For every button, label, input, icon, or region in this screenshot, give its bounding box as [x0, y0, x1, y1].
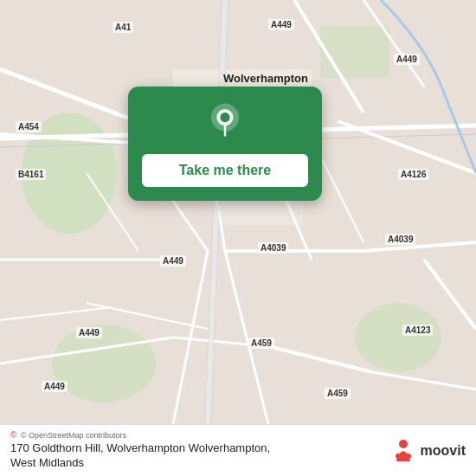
- map-container: A41 A449 A449 A454 B4161 A4126 Wolverham…: [0, 0, 476, 424]
- road-label-b4161: B4161: [16, 169, 46, 180]
- location-card: Take me there: [128, 87, 322, 201]
- road-label-a459-mid: A459: [248, 338, 274, 349]
- moovit-brand-name: moovit: [421, 443, 466, 459]
- road-label-a4123: A4123: [402, 325, 433, 336]
- moovit-brand-icon: [389, 437, 417, 465]
- svg-point-2: [355, 303, 441, 372]
- road-label-a454: A454: [16, 121, 42, 132]
- city-label: Wolverhampton: [221, 71, 311, 86]
- road-label-a449-top: A449: [268, 19, 294, 30]
- road-label-a4039-right: A4039: [385, 234, 415, 245]
- road-label-a449-bottom: A449: [76, 327, 102, 338]
- address-section: © © OpenStreetMap contributors 170 Goldt…: [10, 430, 379, 471]
- road-label-a449-canal: A449: [394, 54, 420, 65]
- moovit-logo: moovit: [389, 437, 466, 465]
- svg-point-36: [220, 113, 229, 122]
- road-label-a449-mid: A449: [160, 255, 186, 267]
- copyright-text: © © OpenStreetMap contributors: [10, 430, 379, 440]
- svg-point-38: [396, 453, 401, 459]
- svg-point-39: [406, 453, 411, 459]
- info-bar: © © OpenStreetMap contributors 170 Goldt…: [0, 424, 476, 476]
- address-line1: 170 Goldthorn Hill, Wolverhampton Wolver…: [10, 441, 379, 456]
- road-label-a4039-left: A4039: [258, 242, 288, 254]
- copyright-icon: ©: [10, 430, 16, 440]
- address-line2: West Midlands: [10, 456, 379, 471]
- svg-rect-4: [320, 26, 389, 78]
- copyright-label: © OpenStreetMap contributors: [21, 431, 126, 440]
- road-label-a459-bottom: A459: [325, 388, 351, 399]
- road-label-a41: A41: [113, 22, 133, 33]
- take-me-there-button[interactable]: Take me there: [142, 154, 308, 187]
- road-label-a4126: A4126: [398, 169, 428, 180]
- road-label-a449-bottomleft: A449: [42, 381, 68, 392]
- svg-point-3: [52, 325, 156, 402]
- svg-point-37: [399, 440, 408, 448]
- pin-icon: [204, 102, 246, 144]
